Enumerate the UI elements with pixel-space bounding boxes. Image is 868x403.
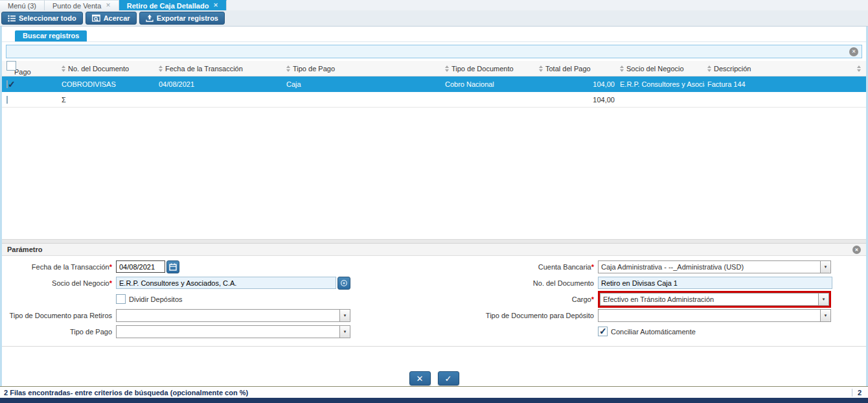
header-tipo-pago-label: Tipo de Pago [293, 65, 335, 73]
empty-results-area [2, 108, 866, 239]
tipo-doc-deposito-select[interactable]: ▼ [598, 309, 831, 322]
no-documento-input[interactable] [598, 277, 832, 289]
field-no-documento: No. del Documento [434, 275, 866, 291]
window-tab-bar: Menú (3) Punto de Venta ✕ Retiro de Caja… [0, 0, 868, 10]
header-pago: Pago [2, 61, 59, 76]
sort-icon[interactable] [62, 65, 65, 72]
tab-buscar-registros[interactable]: Buscar registros [15, 30, 87, 41]
status-bar: 2 Filas encontradas- entre criterios de … [0, 386, 868, 398]
header-tipo-documento[interactable]: Tipo de Documento [442, 65, 536, 73]
collapse-panel-icon[interactable]: ✕ [852, 246, 861, 254]
sort-icon[interactable] [445, 65, 449, 72]
list-icon [8, 15, 16, 22]
socio-negocio-label: Socio del Negocio* [2, 279, 116, 287]
row-checkbox[interactable] [6, 96, 8, 104]
header-tipo-pago[interactable]: Tipo de Pago [284, 65, 442, 73]
field-tipo-doc-deposito: Tipo de Documento para Depósito ▼ [434, 307, 866, 323]
zoom-window-icon [92, 14, 100, 22]
chevron-down-icon[interactable]: ▼ [339, 326, 350, 338]
cargo-select[interactable]: Efectivo en Tránsito Administración ▼ [600, 293, 829, 306]
calendar-button[interactable] [166, 260, 179, 273]
cell-no-documento: COBRODIVISAS [59, 80, 156, 88]
panel-splitter[interactable] [2, 239, 866, 244]
fecha-transaccion-label: Fecha de la Transacción* [2, 263, 116, 271]
field-tipo-doc-retiros: Tipo de Documento para Retiros ▼ [2, 307, 434, 323]
select-all-button[interactable]: Seleccionar todo [1, 12, 83, 25]
sort-icon[interactable] [159, 65, 163, 72]
search-tab-row: Buscar registros [2, 27, 866, 42]
tipo-pago-select[interactable]: ▼ [116, 325, 350, 338]
required-marker: * [591, 295, 594, 303]
sort-icon[interactable] [857, 65, 861, 72]
tipo-doc-retiros-label: Tipo de Documento para Retiros [2, 312, 116, 319]
header-pago-label: Pago [14, 68, 31, 76]
header-socio-negocio[interactable]: Socio del Negocio [617, 65, 705, 73]
tipo-doc-deposito-label: Tipo de Documento para Depósito [434, 312, 598, 319]
required-marker: * [591, 263, 594, 271]
form-right-column: Cuenta Bancaria* Caja Administrativa - -… [434, 259, 866, 340]
dividir-depositos-checkbox[interactable] [116, 294, 126, 304]
form-left-column: Fecha de la Transacción* Soci [2, 259, 434, 340]
chevron-down-icon[interactable]: ▼ [820, 261, 830, 273]
socio-negocio-input[interactable] [116, 277, 336, 289]
clear-search-icon[interactable]: ✕ [849, 47, 858, 56]
select-all-rows-checkbox[interactable] [6, 61, 16, 71]
export-records-label: Exportar registros [157, 14, 218, 22]
parameter-panel-header: Parámetro ✕ [2, 244, 866, 256]
tab-menu-label: Menú (3) [8, 2, 36, 10]
search-row: ✕ [2, 42, 866, 61]
header-descripcion[interactable]: Descripción [705, 65, 799, 73]
table-row-sum[interactable]: Σ 104,00 [2, 92, 866, 108]
row-checkbox-cell [2, 96, 59, 104]
table-header: Pago No. del Documento Fecha de la Trans… [2, 61, 866, 76]
app-window: Menú (3) Punto de Venta ✕ Retiro de Caja… [0, 0, 868, 403]
conciliar-label: Conciliar Automáticamente [611, 328, 696, 336]
header-total-pago-label: Total del Pago [545, 65, 591, 73]
close-icon[interactable]: ✕ [213, 3, 218, 8]
cancel-button[interactable]: ✕ [409, 371, 431, 386]
fecha-transaccion-label-text: Fecha de la Transacción [32, 263, 109, 271]
export-records-button[interactable]: Exportar registros [139, 12, 225, 25]
close-icon[interactable]: ✕ [106, 3, 111, 8]
cuenta-bancaria-label: Cuenta Bancaria* [434, 263, 598, 271]
tipo-doc-retiros-select[interactable]: ▼ [116, 309, 350, 322]
sort-icon[interactable] [707, 65, 711, 72]
sort-icon[interactable] [286, 65, 290, 72]
tab-retiro-caja-detallado[interactable]: Retiro de Caja Detallado ✕ [119, 0, 227, 10]
search-input[interactable] [6, 45, 862, 58]
chevron-down-icon[interactable]: ▼ [339, 310, 350, 321]
row-checkbox[interactable] [6, 80, 8, 88]
chevron-down-icon[interactable]: ▼ [818, 294, 828, 305]
fecha-transaccion-input[interactable] [116, 260, 165, 273]
table-row[interactable]: COBRODIVISAS 04/08/2021 Caja Cobro Nacio… [2, 76, 866, 92]
business-partner-search-button[interactable] [337, 277, 350, 290]
sort-icon[interactable] [539, 65, 543, 72]
field-conciliar: Conciliar Automáticamente [434, 323, 866, 340]
header-fecha[interactable]: Fecha de la Transacción [156, 65, 284, 73]
header-filler [799, 65, 866, 72]
cell-tipo-pago: Caja [284, 80, 442, 88]
record-count: 2 [852, 389, 864, 397]
zoom-button[interactable]: Acercar [86, 12, 137, 25]
sort-icon[interactable] [620, 65, 624, 72]
cancel-icon: ✕ [417, 374, 424, 384]
parameter-panel: Parámetro ✕ Fecha de la Transacción* [2, 244, 866, 347]
confirm-button[interactable]: ✓ [438, 371, 459, 386]
chevron-down-icon[interactable]: ▼ [820, 310, 830, 321]
row-checkbox-cell [2, 80, 59, 88]
cuenta-bancaria-select[interactable]: Caja Administrativa - --_Administrativa … [598, 260, 831, 273]
field-dividir-depositos: Dividir Depósitos [2, 291, 434, 307]
tab-punto-de-venta-label: Punto de Venta [52, 2, 101, 10]
header-no-documento[interactable]: No. del Documento [59, 65, 156, 73]
field-tipo-pago: Tipo de Pago ▼ [2, 323, 434, 340]
tab-punto-de-venta[interactable]: Punto de Venta ✕ [45, 0, 119, 10]
header-total-pago[interactable]: Total del Pago [536, 65, 617, 73]
tab-menu[interactable]: Menú (3) [0, 0, 45, 10]
cuenta-bancaria-label-text: Cuenta Bancaria [538, 263, 591, 271]
header-socio-negocio-label: Socio del Negocio [626, 65, 684, 73]
header-tipo-documento-label: Tipo de Documento [451, 65, 514, 73]
confirm-button-row: ✕ ✓ [2, 347, 866, 386]
cell-total: 104,00 [536, 80, 617, 88]
tipo-doc-deposito-value [599, 310, 820, 321]
conciliar-checkbox[interactable] [598, 327, 608, 336]
